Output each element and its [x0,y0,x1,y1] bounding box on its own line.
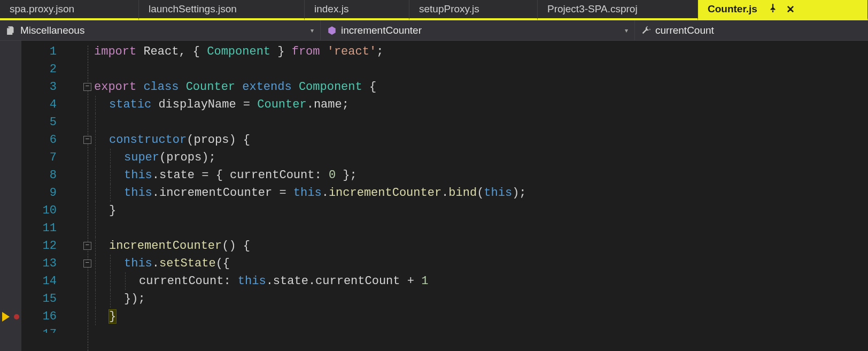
indent-guide [110,255,111,272]
code-editor[interactable]: 1234567891011121314151617 −−−− import Re… [0,41,868,351]
line-number: 8 [21,166,57,184]
wrench-icon [641,26,651,35]
tab-label: Project3-SPA.csproj [547,3,638,15]
glyph-margin[interactable] [0,41,21,351]
line-number: 12 [21,237,57,255]
project-label: Miscellaneous [20,25,84,36]
tab-launchsettings-json[interactable]: launchSettings.json [139,0,305,20]
fold-toggle[interactable]: − [83,83,91,91]
navigation-bar: Miscellaneous ▾ incrementCounter ▾ curre… [0,20,868,41]
field-dropdown[interactable]: currentCount [635,20,868,40]
code-line[interactable]: export class Counter extends Component { [94,78,868,96]
tab-label: launchSettings.json [149,3,237,15]
indent-guide [95,184,96,202]
indent-guide [95,113,96,131]
tab-label: Counter.js [708,3,757,15]
indent-guide [95,149,96,166]
indent-guide [95,131,96,149]
fold-toggle[interactable]: − [83,242,91,250]
tab-project3-spa-csproj[interactable]: Project3-SPA.csproj [538,0,698,20]
fold-toggle[interactable]: − [83,136,91,144]
field-label: currentCount [655,25,714,36]
chevron-down-icon: ▾ [311,27,314,34]
member-dropdown[interactable]: incrementCounter ▾ [321,20,635,40]
code-line[interactable]: currentCount: this.state.currentCount + … [94,272,868,290]
project-dropdown[interactable]: Miscellaneous ▾ [0,20,321,40]
member-label: incrementCounter [341,25,422,36]
tab-setupproxy-js[interactable]: setupProxy.js [409,0,538,20]
code-line[interactable]: constructor(props) { [94,131,868,149]
line-number: 17 [21,325,57,333]
code-line[interactable]: incrementCounter() { [94,237,868,255]
code-line[interactable]: static displayName = Counter.name; [94,96,868,113]
line-number: 2 [21,60,57,78]
current-statement-arrow-icon [2,312,10,322]
pin-icon[interactable] [768,3,778,16]
code-line[interactable]: } [94,202,868,219]
tab-bar: spa.proxy.json launchSettings.json index… [0,0,868,20]
code-area[interactable]: import React, { Component } from 'react'… [94,41,868,351]
code-line[interactable] [94,219,868,237]
tab-label: setupProxy.js [419,3,479,15]
code-line[interactable]: super(props); [94,149,868,166]
chevron-down-icon: ▾ [625,27,628,34]
line-number: 6 [21,131,57,149]
tab-counter-js[interactable]: Counter.js ✕ [698,0,868,20]
indent-guide [95,166,96,184]
indent-guide [110,272,111,290]
line-number: 4 [21,96,57,113]
line-number: 1 [21,43,57,60]
code-line[interactable]: }); [94,290,868,308]
line-number: 3 [21,78,57,96]
code-line[interactable] [94,113,868,131]
indent-guide [95,219,96,237]
indent-guide [110,149,111,166]
indent-guide [95,255,96,272]
indent-guide [95,96,96,113]
indent-guide [95,237,96,255]
code-line[interactable]: import React, { Component } from 'react'… [94,43,868,60]
tab-label: index.js [314,3,348,15]
folding-gutter[interactable]: −−−− [66,41,94,351]
line-number: 16 [21,308,57,325]
code-line[interactable]: this.state = { currentCount: 0 }; [94,166,868,184]
code-line[interactable]: this.incrementCounter = this.incrementCo… [94,184,868,202]
indent-guide [95,202,96,219]
close-icon[interactable]: ✕ [786,3,795,16]
tab-spa-proxy-json[interactable]: spa.proxy.json [0,0,139,20]
line-number: 15 [21,290,57,308]
line-number: 7 [21,149,57,166]
indent-guide [95,290,96,308]
method-icon [327,26,337,35]
indent-guide [125,272,126,290]
code-line[interactable]: } [94,308,868,325]
line-number: 10 [21,202,57,219]
tab-label: spa.proxy.json [10,3,74,15]
files-icon [6,26,16,35]
tab-index-js[interactable]: index.js [305,0,409,20]
line-number: 11 [21,219,57,237]
indent-guide [110,290,111,308]
fold-guide [88,45,88,351]
breakpoint-icon[interactable] [14,314,19,319]
indent-guide [110,184,111,202]
line-number-gutter: 1234567891011121314151617 [21,41,66,351]
fold-toggle[interactable]: − [83,260,91,268]
line-number: 5 [21,113,57,131]
code-line[interactable] [94,60,868,78]
indent-guide [110,166,111,184]
line-number: 13 [21,255,57,272]
indent-guide [95,272,96,290]
line-number: 9 [21,184,57,202]
line-number: 14 [21,272,57,290]
indent-guide [95,308,96,325]
code-line[interactable]: this.setState({ [94,255,868,272]
